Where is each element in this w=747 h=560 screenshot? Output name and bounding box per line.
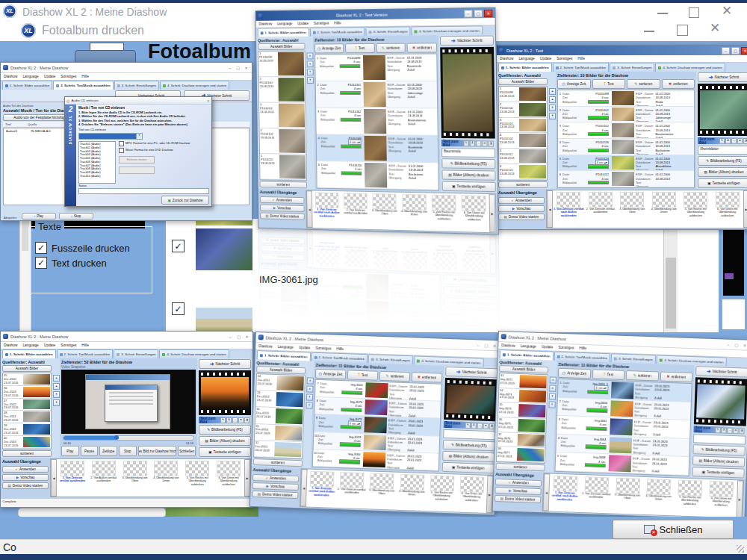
naechster-schritt-button[interactable]: ➜Nächster Schritt: [698, 72, 747, 82]
maximize-icon[interactable]: ▢: [235, 65, 241, 71]
transitions-button-anwenden[interactable]: ✔Anwenden: [252, 474, 299, 482]
tab-step-3[interactable]: 3. Schritt: Einstellungen: [610, 63, 654, 72]
menu-item[interactable]: Sonstiges: [61, 75, 76, 78]
right-action-button[interactable]: ✎Bildbearbeitung (F5): [698, 156, 747, 166]
source-thumbnail-row[interactable]: 33Img-307207.01.2023: [499, 373, 548, 390]
status-input[interactable]: [78, 188, 209, 194]
text-tool-icon[interactable]: ◨: [489, 423, 495, 429]
right-action-button[interactable]: ✎Bildbearbeitung (F5): [692, 444, 745, 455]
text-tool-icon[interactable]: A: [721, 427, 726, 433]
right-action-button[interactable]: ✎Bildbearbeitung (F5): [443, 440, 495, 451]
transition-item[interactable]: 2. Von Zentrum vertikal ausblenden: [341, 191, 370, 229]
toolbar-button-anzeige-zeit[interactable]: ◷Anzeige Zeit: [314, 43, 344, 53]
tab-step-2[interactable]: 2. Schritt: Ton/Musik auswählen: [310, 27, 365, 37]
close-icon[interactable]: ✕: [722, 6, 732, 16]
transition-item[interactable]: 2. Von Zentrum vertikal ausblenden: [580, 475, 613, 513]
transitions-button-anwenden[interactable]: ✔Anwenden: [2, 466, 49, 473]
auswahl-bilder-button[interactable]: Auswahl Bilder: [498, 78, 548, 85]
source-thumbnail-row[interactable]: 40Dsc-056323.07.2016: [3, 436, 51, 449]
reorder-arrow-icon[interactable]: ▲: [53, 375, 60, 382]
transition-item[interactable]: 1. Von Zentrum vertikal nach Außen ausbl…: [306, 470, 338, 508]
menu-item[interactable]: Diashow: [258, 344, 273, 349]
tab-step-1[interactable]: 1. Schritt: Bilder auswählen: [2, 349, 56, 358]
reorder-arrow-icon[interactable]: ▲: [307, 52, 314, 59]
right-action-button[interactable]: ▤Bilder (Album) drucken: [698, 167, 747, 177]
tab-step-2[interactable]: 2. Schritt: Ton/Musik auswählen: [53, 81, 114, 90]
right-action-button[interactable]: ✎Bildbearbeitung (F5): [199, 425, 251, 435]
transition-item[interactable]: 3. Überblendung von Oben: [616, 190, 648, 228]
transitions-button-vorschau[interactable]: ▶Vorschau: [498, 205, 545, 212]
dialog-maximize-icon[interactable]: [677, 25, 688, 36]
source-thumbnail-row[interactable]: 32Dsc-055523.07.2019: [254, 441, 303, 458]
slide-row[interactable]: 5DateiZeitBildqualitätP10101244 sec ▴▾EX…: [558, 155, 694, 172]
text-tool-icon[interactable]: ↔: [232, 417, 238, 423]
text-tool-icon[interactable]: ✖: [482, 140, 487, 146]
slide-row[interactable]: 5DateiZeitBildqualitätP10101104 secEXIF …: [317, 161, 438, 190]
scroll-right-icon[interactable]: ▶: [489, 194, 495, 232]
toolbar-button-text[interactable]: TText: [347, 370, 378, 380]
menu-item[interactable]: Hilfe: [334, 21, 341, 25]
menu-item[interactable]: Language: [22, 75, 38, 78]
reorder-arrow-icon[interactable]: ▲: [549, 96, 556, 103]
tab-step-3[interactable]: 3. Schritt: Einstellungen: [114, 349, 158, 358]
sortieren-button[interactable]: sortieren: [498, 181, 548, 188]
transitions-button-demo-video-starten[interactable]: ▤Demo Video starten: [495, 495, 541, 503]
sortieren-button[interactable]: sortieren: [2, 450, 52, 457]
maximize-icon[interactable]: ▢: [235, 334, 242, 340]
transitions-button-vorschau[interactable]: ▶Vorschau: [2, 474, 49, 481]
source-thumbnail-row[interactable]: 2P101010013.08.2013: [259, 77, 306, 103]
dialog-minimize-icon[interactable]: [644, 31, 654, 32]
reorder-arrow-icon[interactable]: ▼: [549, 113, 556, 119]
scroll-left-icon[interactable]: ◀: [547, 190, 553, 228]
menu-item[interactable]: Hilfe: [579, 346, 586, 350]
reorder-arrow-icon[interactable]: ▼: [549, 393, 556, 399]
video-button-play[interactable]: Play: [61, 446, 79, 456]
right-action-button[interactable]: ▣Textseite einfügen: [442, 462, 495, 473]
reorder-arrow-icon[interactable]: ▼: [53, 399, 60, 406]
text-tool-icon[interactable]: ✎: [220, 417, 226, 423]
toolbar-button-text[interactable]: TText: [592, 79, 626, 89]
drive-select[interactable]: ▾: [78, 133, 143, 140]
reorder-arrow-icon[interactable]: ▼: [307, 77, 314, 84]
menu-item[interactable]: Language: [22, 343, 38, 347]
menu-item[interactable]: Sonstiges: [315, 346, 331, 351]
preview-scrollbar[interactable]: [663, 224, 678, 332]
source-thumbnail-row[interactable]: 36Dsc-050323.07.2016: [3, 386, 51, 399]
slide-row[interactable]: 2DateiZeitBildqualitätP10101014 secEXIF …: [316, 81, 438, 108]
video-button-zeitlupe[interactable]: Zeitlupe: [99, 446, 117, 456]
auswahl-bilder-button[interactable]: Auswahl Bilder: [258, 43, 305, 50]
tab-step-2[interactable]: 2. Schritt: Ton/Musik auswählen: [553, 63, 610, 72]
maximize-icon[interactable]: ▢: [483, 342, 489, 348]
transitions-button-anwenden[interactable]: ✔Anwenden: [498, 197, 545, 204]
maximize-icon[interactable]: ▢: [733, 341, 740, 347]
menu-item[interactable]: Hilfe: [81, 343, 89, 347]
source-thumbnail-row[interactable]: 30Dsc-055323.07.2019: [255, 407, 304, 425]
text-tool-icon[interactable]: ↔: [731, 138, 737, 144]
menu-item[interactable]: Hilfe: [336, 347, 344, 351]
naechster-schritt-button[interactable]: ➜Nächster Schritt: [695, 366, 747, 377]
menu-item[interactable]: Update: [540, 57, 551, 60]
track-item[interactable]: Track10 (Audio): [80, 175, 114, 178]
menu-item[interactable]: Update: [299, 346, 311, 350]
source-thumbnail-row[interactable]: 3P101010113.08.2013: [259, 103, 306, 129]
source-thumbnail-row[interactable]: 4P101010213.08.2013: [260, 128, 306, 155]
right-action-button[interactable]: ▣Textseite einfügen: [199, 447, 251, 457]
source-thumbnail-row[interactable]: 38Img-307707.01.2023: [497, 447, 545, 463]
scroll-left-icon[interactable]: ◀: [51, 459, 57, 497]
reorder-arrow-icon[interactable]: ▼: [306, 393, 313, 400]
menu-item[interactable]: Diashow: [4, 343, 17, 347]
source-thumbnail-row[interactable]: 37Dsc-050223.07.2016: [3, 399, 51, 411]
transition-item[interactable]: 4. Überblendung von Unten: [396, 473, 427, 511]
transition-item[interactable]: 3. Überblendung von Oben: [370, 192, 400, 230]
toolbar-button-sortieren[interactable]: ✎sortieren: [627, 79, 660, 89]
tab-step-3[interactable]: 3. Schritt: Einstellungen: [366, 26, 411, 36]
text-tool-icon[interactable]: ◨: [739, 428, 744, 434]
slide-row[interactable]: 4DateiZeitBildqualitätP10101064 sec ▴▾EX…: [317, 134, 438, 163]
text-tool-icon[interactable]: ↔: [477, 423, 483, 429]
toolbar-button-sortieren[interactable]: ✎sortieren: [376, 43, 406, 53]
right-action-button[interactable]: ▤Bilder (Album) drucken: [441, 169, 495, 180]
text-tool-icon[interactable]: ✖: [238, 417, 244, 423]
toolbar-button-text[interactable]: TText: [345, 43, 374, 53]
minimize-icon[interactable]: –: [226, 65, 233, 71]
stop-button[interactable]: ♪Stop: [59, 213, 93, 220]
